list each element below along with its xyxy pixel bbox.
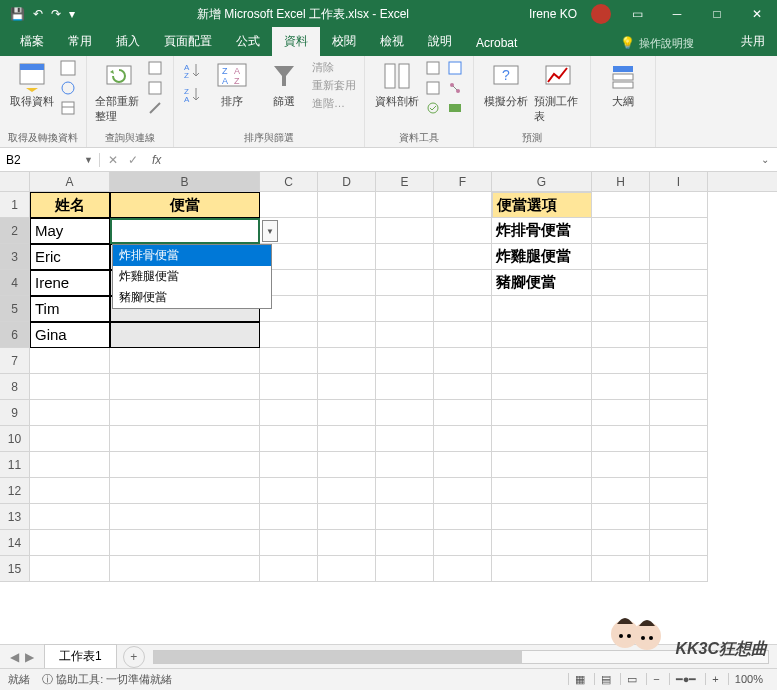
cell-G1[interactable]: 便當選項 (492, 192, 592, 218)
cell-B12[interactable] (110, 478, 260, 504)
cell-G11[interactable] (492, 452, 592, 478)
cell-C14[interactable] (260, 530, 318, 556)
cell-I8[interactable] (650, 374, 708, 400)
cell-H3[interactable] (592, 244, 650, 270)
namebox-dropdown-icon[interactable]: ▼ (84, 155, 93, 165)
cell-E10[interactable] (376, 426, 434, 452)
cell-B7[interactable] (110, 348, 260, 374)
cell-G8[interactable] (492, 374, 592, 400)
cell-D11[interactable] (318, 452, 376, 478)
cell-D14[interactable] (318, 530, 376, 556)
cell-B8[interactable] (110, 374, 260, 400)
tell-me[interactable]: 💡 (610, 30, 729, 56)
row-header-8[interactable]: 8 (0, 374, 30, 400)
cell-B1[interactable]: 便當 (110, 192, 260, 218)
cell-C8[interactable] (260, 374, 318, 400)
row-header-3[interactable]: 3 (0, 244, 30, 270)
cell-G14[interactable] (492, 530, 592, 556)
cell-B14[interactable] (110, 530, 260, 556)
cell-I9[interactable] (650, 400, 708, 426)
from-table-icon[interactable] (60, 100, 78, 118)
cell-D12[interactable] (318, 478, 376, 504)
cell-F6[interactable] (434, 322, 492, 348)
dropdown-option-3[interactable]: 豬腳便當 (113, 287, 271, 308)
cell-B15[interactable] (110, 556, 260, 582)
cell-I3[interactable] (650, 244, 708, 270)
row-header-11[interactable]: 11 (0, 452, 30, 478)
cell-D6[interactable] (318, 322, 376, 348)
cell-D9[interactable] (318, 400, 376, 426)
cell-I6[interactable] (650, 322, 708, 348)
cell-D3[interactable] (318, 244, 376, 270)
cell-I12[interactable] (650, 478, 708, 504)
col-header-G[interactable]: G (492, 172, 592, 191)
cell-C1[interactable] (260, 192, 318, 218)
flash-fill-icon[interactable] (425, 60, 443, 78)
cell-F14[interactable] (434, 530, 492, 556)
share-button[interactable]: 共用 (729, 27, 777, 56)
user-avatar[interactable] (591, 4, 611, 24)
row-header-10[interactable]: 10 (0, 426, 30, 452)
minimize-button[interactable]: ─ (657, 7, 697, 21)
cell-G3[interactable]: 炸雞腿便當 (492, 244, 592, 270)
data-validation-dropdown-button[interactable]: ▼ (262, 220, 278, 242)
sort-asc-icon[interactable]: AZ (182, 60, 204, 82)
cell-G5[interactable] (492, 296, 592, 322)
tab-file[interactable]: 檔案 (8, 27, 56, 56)
clear-filter-button[interactable]: 清除 (312, 60, 356, 75)
cell-D13[interactable] (318, 504, 376, 530)
cell-H2[interactable] (592, 218, 650, 244)
from-text-icon[interactable] (60, 60, 78, 78)
cell-A10[interactable] (30, 426, 110, 452)
get-data-button[interactable]: 取得資料 (8, 60, 56, 109)
cell-E4[interactable] (376, 270, 434, 296)
cell-A11[interactable] (30, 452, 110, 478)
cell-E11[interactable] (376, 452, 434, 478)
cell-F13[interactable] (434, 504, 492, 530)
cell-E14[interactable] (376, 530, 434, 556)
ribbon-display-icon[interactable]: ▭ (617, 7, 657, 21)
cell-B11[interactable] (110, 452, 260, 478)
row-header-2[interactable]: 2 (0, 218, 30, 244)
cell-E3[interactable] (376, 244, 434, 270)
data-validation-icon[interactable] (425, 100, 443, 118)
row-header-6[interactable]: 6 (0, 322, 30, 348)
cell-F15[interactable] (434, 556, 492, 582)
cell-G13[interactable] (492, 504, 592, 530)
user-name[interactable]: Irene KO (521, 7, 585, 21)
cell-A12[interactable] (30, 478, 110, 504)
accessibility-icon[interactable]: ⓘ (42, 673, 53, 685)
filter-button[interactable]: 篩選 (260, 60, 308, 109)
cell-A13[interactable] (30, 504, 110, 530)
scrollbar-thumb[interactable] (154, 651, 523, 663)
cell-B13[interactable] (110, 504, 260, 530)
cell-C9[interactable] (260, 400, 318, 426)
sheet-tab-1[interactable]: 工作表1 (44, 644, 117, 670)
cell-D8[interactable] (318, 374, 376, 400)
col-header-C[interactable]: C (260, 172, 318, 191)
cell-I1[interactable] (650, 192, 708, 218)
cell-E12[interactable] (376, 478, 434, 504)
queries-icon[interactable] (147, 60, 165, 78)
zoom-in-button[interactable]: + (705, 673, 724, 685)
cell-E7[interactable] (376, 348, 434, 374)
cell-E6[interactable] (376, 322, 434, 348)
cell-I11[interactable] (650, 452, 708, 478)
view-page-break-icon[interactable]: ▭ (620, 673, 643, 685)
tab-data[interactable]: 資料 (272, 27, 320, 56)
cell-D5[interactable] (318, 296, 376, 322)
cell-I15[interactable] (650, 556, 708, 582)
zoom-level[interactable]: 100% (728, 673, 769, 685)
cell-E15[interactable] (376, 556, 434, 582)
from-web-icon[interactable] (60, 80, 78, 98)
row-header-5[interactable]: 5 (0, 296, 30, 322)
tab-formulas[interactable]: 公式 (224, 27, 272, 56)
add-sheet-button[interactable]: + (123, 646, 145, 668)
zoom-slider[interactable]: ━●━ (669, 673, 703, 685)
row-header-1[interactable]: 1 (0, 192, 30, 218)
tab-acrobat[interactable]: Acrobat (464, 30, 529, 56)
cell-F3[interactable] (434, 244, 492, 270)
sort-button[interactable]: ZAAZ 排序 (208, 60, 256, 109)
cell-E1[interactable] (376, 192, 434, 218)
cell-F12[interactable] (434, 478, 492, 504)
